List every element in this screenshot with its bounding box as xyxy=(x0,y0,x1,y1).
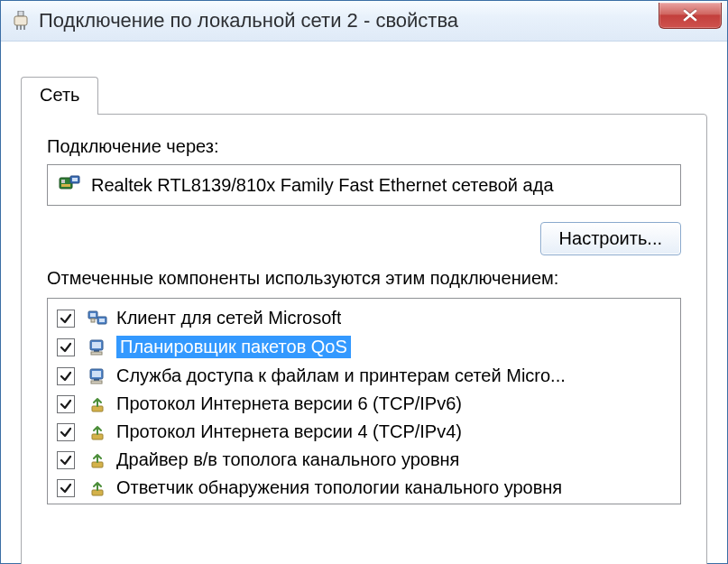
component-item[interactable]: Служба доступа к файлам и принтерам сете… xyxy=(48,362,680,390)
component-checkbox[interactable] xyxy=(57,395,75,413)
svg-rect-16 xyxy=(92,342,101,348)
component-checkbox[interactable] xyxy=(57,338,75,356)
window-title: Подключение по локальной сети 2 - свойст… xyxy=(39,9,458,32)
tab-network[interactable]: Сеть xyxy=(21,77,98,115)
component-label: Протокол Интернета версии 4 (TCP/IPv4) xyxy=(116,421,462,442)
client-area: Сеть Подключение через: Realtek RTL8139/… xyxy=(1,42,727,564)
component-checkbox[interactable] xyxy=(57,479,75,497)
titlebar: Подключение по локальной сети 2 - свойст… xyxy=(1,1,727,42)
configure-button[interactable]: Настроить... xyxy=(540,222,681,255)
component-checkbox[interactable] xyxy=(57,310,75,328)
svg-rect-11 xyxy=(90,313,96,317)
svg-rect-14 xyxy=(91,319,95,322)
client-icon xyxy=(86,309,109,328)
svg-rect-1 xyxy=(14,16,27,25)
service-icon xyxy=(86,337,109,357)
component-checkbox[interactable] xyxy=(57,367,75,385)
component-label: Протокол Интернета версии 6 (TCP/IPv6) xyxy=(116,393,462,414)
network-card-icon xyxy=(59,175,80,195)
tab-panel-network: Подключение через: Realtek RTL8139/810x … xyxy=(21,114,707,564)
protocol-icon xyxy=(86,422,109,442)
configure-row: Настроить... xyxy=(47,222,681,255)
components-listbox[interactable]: Клиент для сетей MicrosoftПланировщик па… xyxy=(47,298,681,504)
component-item[interactable]: Драйвер в/в тополога канального уровня xyxy=(48,446,680,474)
svg-rect-9 xyxy=(72,178,78,181)
component-item[interactable]: Протокол Интернета версии 6 (TCP/IPv6) xyxy=(48,390,680,418)
component-checkbox[interactable] xyxy=(57,451,75,469)
component-label: Служба доступа к файлам и принтерам сете… xyxy=(116,365,566,386)
network-adapter-icon xyxy=(12,11,30,31)
close-button[interactable] xyxy=(659,3,722,29)
components-label: Отмеченные компоненты используются этим … xyxy=(47,268,681,289)
svg-rect-0 xyxy=(18,11,23,16)
component-item[interactable]: Клиент для сетей Microsoft xyxy=(48,304,680,332)
properties-window: Подключение по локальной сети 2 - свойст… xyxy=(0,0,728,564)
protocol-icon xyxy=(86,450,109,470)
svg-rect-6 xyxy=(61,180,65,183)
svg-rect-18 xyxy=(91,352,102,355)
svg-rect-22 xyxy=(91,381,102,384)
svg-rect-13 xyxy=(99,319,105,322)
close-icon xyxy=(682,9,698,22)
adapter-name: Realtek RTL8139/810x Family Fast Etherne… xyxy=(91,175,554,196)
tab-strip: Сеть xyxy=(21,78,707,114)
service-icon xyxy=(86,366,109,386)
component-item[interactable]: Ответчик обнаружения топологии канальног… xyxy=(48,474,680,502)
adapter-label: Подключение через: xyxy=(47,136,681,157)
component-label: Клиент для сетей Microsoft xyxy=(116,308,341,328)
svg-rect-20 xyxy=(92,371,101,377)
protocol-icon xyxy=(86,394,109,414)
component-item[interactable]: Протокол Интернета версии 4 (TCP/IPv4) xyxy=(48,418,680,446)
component-label: Драйвер в/в тополога канального уровня xyxy=(116,449,459,470)
component-item[interactable]: Планировщик пакетов QoS xyxy=(48,332,680,362)
component-checkbox[interactable] xyxy=(57,423,75,441)
component-label: Планировщик пакетов QoS xyxy=(116,336,351,358)
adapter-display: Realtek RTL8139/810x Family Fast Etherne… xyxy=(47,164,681,206)
protocol-icon xyxy=(86,478,109,498)
svg-rect-7 xyxy=(61,184,70,187)
component-label: Ответчик обнаружения топологии канальног… xyxy=(116,477,562,498)
